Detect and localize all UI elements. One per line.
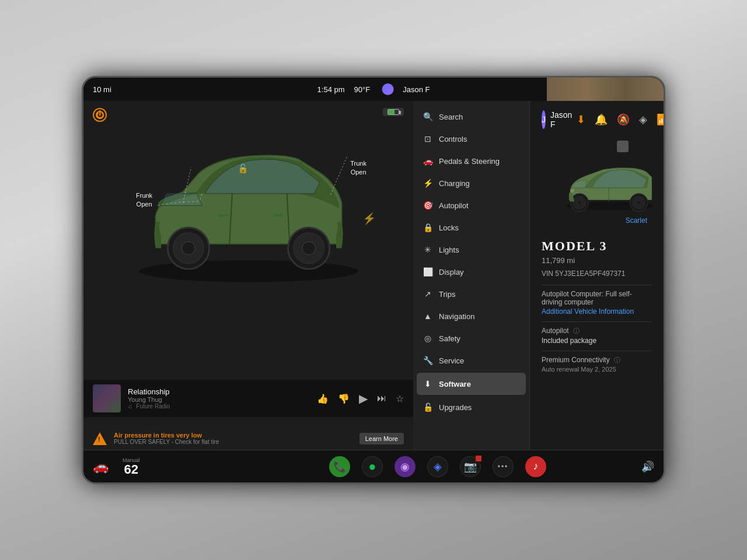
favorite-button[interactable]: ☆ bbox=[396, 393, 404, 404]
search-menu-item[interactable]: 🔍 Search bbox=[413, 106, 529, 128]
svg-point-0 bbox=[139, 260, 358, 282]
svg-point-10 bbox=[302, 242, 315, 255]
upgrades-label: Upgrades bbox=[439, 403, 472, 412]
bluetooth-app-button[interactable]: ◈ bbox=[427, 456, 448, 477]
volume-icon[interactable]: 🔊 bbox=[641, 460, 654, 473]
menu-item-trips[interactable]: ↗ Trips bbox=[413, 283, 529, 305]
menu-item-charging[interactable]: ⚡ Charging bbox=[413, 172, 529, 194]
controls-icon: ⊡ bbox=[423, 134, 433, 144]
music-app-button[interactable]: ♪ bbox=[525, 456, 546, 477]
taskbar-left: 🚗 Manual 62 bbox=[93, 457, 268, 476]
model-name: MODEL 3 bbox=[542, 239, 652, 254]
car-icon-button[interactable]: 🚗 bbox=[93, 459, 109, 474]
user-avatar: J bbox=[542, 110, 546, 129]
menu-item-pedals[interactable]: 🚗 Pedals & Steering bbox=[413, 150, 529, 172]
menu-item-autopilot[interactable]: 🎯 Autopilot bbox=[413, 194, 529, 216]
service-label: Service bbox=[439, 356, 464, 365]
menu-item-safety[interactable]: ◎ Safety bbox=[413, 327, 529, 349]
like-button[interactable]: 👍 bbox=[317, 393, 329, 404]
song-info: Relationship Young Thug ♫ Future Radio bbox=[128, 387, 310, 410]
more-icon: ••• bbox=[498, 463, 509, 471]
user-name: Jason F bbox=[550, 110, 572, 129]
divider-2 bbox=[542, 321, 652, 322]
display-label: Display bbox=[439, 268, 464, 276]
lights-icon: ✳ bbox=[423, 244, 433, 255]
player-controls: 👍 👎 ▶ ⏭ ☆ bbox=[317, 391, 404, 405]
alert-title: Air pressure in tires very low bbox=[114, 432, 352, 439]
temp-display: 90°F bbox=[354, 85, 371, 94]
speed-display: Manual 62 bbox=[123, 457, 140, 476]
menu-item-display[interactable]: ⬜ Display bbox=[413, 261, 529, 283]
download-icon[interactable]: ⬇ bbox=[577, 113, 585, 126]
camera-app-button[interactable]: 📷 bbox=[460, 456, 481, 477]
trips-label: Trips bbox=[439, 290, 455, 299]
menu-item-controls[interactable]: ⊡ Controls bbox=[413, 128, 529, 150]
autopilot-info-icon: ⓘ bbox=[573, 327, 580, 334]
connectivity-row: Premium Connectivity ⓘ Auto renewal May … bbox=[542, 356, 652, 373]
taskbar-center: 📞 ● ◉ ◈ 📷 bbox=[268, 456, 608, 477]
podcast-app-button[interactable]: ◉ bbox=[395, 456, 416, 477]
play-button[interactable]: ▶ bbox=[359, 391, 368, 405]
safety-label: Safety bbox=[439, 334, 460, 343]
vin-display: VIN 5YJ3E1EA5PF497371 bbox=[542, 270, 652, 278]
song-title: Relationship bbox=[128, 387, 310, 396]
autopilot-icon: 🎯 bbox=[423, 200, 433, 211]
menu-item-software[interactable]: ⬇ Software bbox=[417, 373, 526, 395]
car-image-right: Scarlet bbox=[542, 136, 652, 229]
svg-text:🔓: 🔓 bbox=[238, 163, 249, 174]
service-icon: 🔧 bbox=[423, 355, 433, 366]
alert-bar: ! Air pressure in tires very low PULL OV… bbox=[83, 427, 413, 450]
scarlet-label: Scarlet bbox=[626, 216, 647, 225]
color-swatch bbox=[617, 141, 629, 152]
svg-point-19 bbox=[577, 200, 582, 205]
menu-item-navigation[interactable]: ▲ Navigation bbox=[413, 305, 529, 327]
power-indicator: ⏻ bbox=[93, 108, 107, 122]
controls-label: Controls bbox=[439, 135, 467, 144]
alert-triangle-icon: ! bbox=[93, 432, 107, 445]
phone-app-button[interactable]: 📞 bbox=[329, 456, 350, 477]
menu-item-service[interactable]: 🔧 Service bbox=[413, 349, 529, 372]
camera-badge bbox=[476, 456, 481, 461]
menu-item-locks[interactable]: 🔒 Locks bbox=[413, 216, 529, 239]
charging-icon: ⚡ bbox=[423, 178, 433, 188]
svg-rect-4 bbox=[273, 214, 283, 216]
autopilot-row-label: Autopilot ⓘ bbox=[542, 327, 652, 335]
notification-icon[interactable]: 🔔 bbox=[595, 113, 608, 126]
speed-value: 62 bbox=[123, 463, 140, 476]
additional-info-link[interactable]: Additional Vehicle Information bbox=[542, 307, 652, 316]
safety-icon: ◎ bbox=[423, 333, 433, 344]
menu-item-lights[interactable]: ✳ Lights bbox=[413, 239, 529, 261]
pedals-label: Pedals & Steering bbox=[439, 157, 500, 166]
svg-point-22 bbox=[636, 200, 641, 205]
more-app-button[interactable]: ••• bbox=[493, 456, 514, 477]
menu-item-upgrades[interactable]: 🔓 Upgrades bbox=[413, 396, 529, 418]
status-bar: 10 mi 1:54 pm 90°F Jason F bbox=[83, 78, 664, 101]
signal-icon[interactable]: 📶 bbox=[657, 113, 664, 126]
spotify-app-button[interactable]: ● bbox=[362, 456, 383, 477]
music-bar: Relationship Young Thug ♫ Future Radio 👍… bbox=[83, 380, 413, 417]
taskbar: 🚗 Manual 62 📞 ● ◉ bbox=[83, 450, 664, 482]
banner-image bbox=[547, 78, 664, 101]
spotify-icon: ● bbox=[368, 459, 376, 474]
menu-panel: 🔍 Search ⊡ Controls 🚗 Pedals & Steering … bbox=[413, 101, 530, 450]
next-button[interactable]: ⏭ bbox=[377, 393, 386, 404]
locks-icon: 🔒 bbox=[423, 222, 433, 233]
alert-text: Air pressure in tires very low PULL OVER… bbox=[114, 432, 352, 445]
dislike-button[interactable]: 👎 bbox=[338, 393, 350, 404]
time-display: 1:54 pm bbox=[317, 85, 345, 94]
info-panel: J Jason F ⬇ 🔔 🔕 ◈ 📶 bbox=[530, 101, 664, 450]
display-icon: ⬜ bbox=[423, 267, 433, 277]
learn-more-button[interactable]: Learn More bbox=[359, 433, 404, 444]
phone-icon: 📞 bbox=[333, 460, 346, 473]
range-display: 10 mi bbox=[93, 85, 111, 94]
divider-1 bbox=[542, 285, 652, 285]
tesla-screen: 10 mi 1:54 pm 90°F Jason F ⏻ bbox=[82, 76, 665, 484]
autopilot-label: Autopilot bbox=[439, 201, 469, 210]
car-detail-svg bbox=[542, 136, 652, 229]
frunk-label: Frunk Open bbox=[136, 191, 152, 209]
muted-bell-icon[interactable]: 🔕 bbox=[617, 113, 630, 126]
autopilot-computer-row: Autopilot Computer: Full self-driving co… bbox=[542, 290, 652, 316]
svg-text:⚡: ⚡ bbox=[362, 212, 376, 225]
bluetooth-icon[interactable]: ◈ bbox=[639, 113, 647, 126]
svg-rect-3 bbox=[218, 214, 228, 216]
